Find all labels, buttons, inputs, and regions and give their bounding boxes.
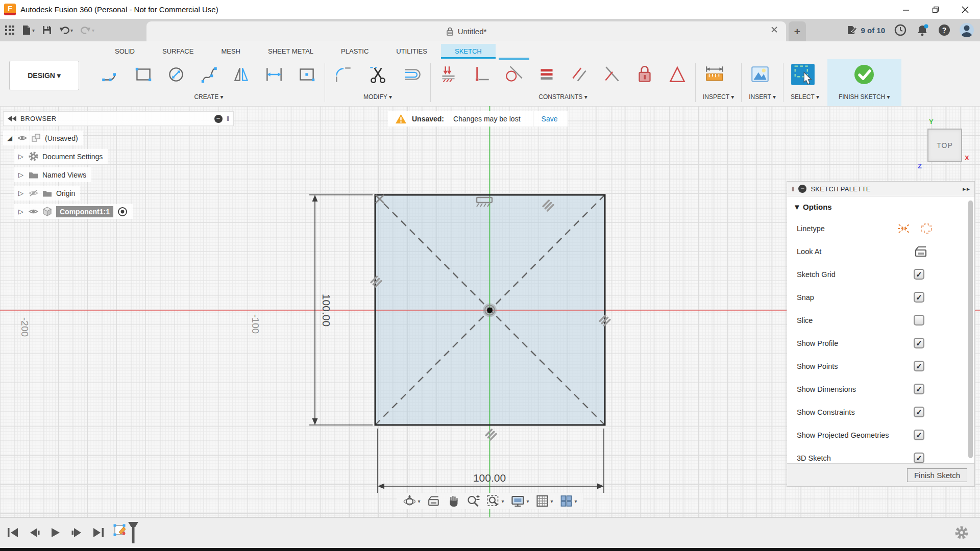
width-dimension-label[interactable]: 100.00 bbox=[473, 472, 506, 484]
horizontal-vertical-constraint-button[interactable] bbox=[471, 64, 492, 87]
tab-mesh[interactable]: MESH bbox=[207, 44, 254, 59]
point-tool-button[interactable] bbox=[296, 64, 317, 87]
finish-sketch-group-label[interactable]: FINISH SKETCH ▾ bbox=[839, 93, 890, 101]
job-status-button[interactable] bbox=[894, 23, 907, 37]
document-counter[interactable]: 9 of 10 bbox=[847, 25, 885, 35]
browser-header[interactable]: BROWSER − ‖ bbox=[3, 111, 234, 126]
fit-zoom-button[interactable]: ▾ bbox=[486, 494, 504, 508]
tab-close-button[interactable] bbox=[771, 26, 778, 35]
viewcube-face[interactable]: TOP bbox=[927, 129, 962, 162]
show-profile-checkbox[interactable]: ✓ bbox=[914, 338, 924, 348]
finish-sketch-button[interactable] bbox=[852, 63, 876, 88]
viewcube[interactable]: TOP Y Z X bbox=[914, 118, 980, 174]
construction-linetype-icon[interactable] bbox=[897, 222, 912, 235]
look-at-button[interactable] bbox=[427, 495, 440, 507]
tab-sheet-metal[interactable]: SHEET METAL bbox=[254, 44, 327, 59]
line-tool-button[interactable] bbox=[100, 64, 121, 87]
zoom-button[interactable] bbox=[467, 494, 480, 508]
timeline-play-button[interactable] bbox=[49, 527, 62, 540]
notifications-button[interactable] bbox=[916, 23, 929, 37]
redo-button[interactable]: ▾ bbox=[81, 26, 94, 35]
timeline-sketch-feature[interactable] bbox=[112, 522, 139, 544]
equal-constraint-button[interactable] bbox=[536, 64, 557, 87]
fillet-tool-button[interactable] bbox=[332, 64, 354, 87]
snap-checkbox[interactable]: ✓ bbox=[914, 292, 924, 303]
app-grid-menu-button[interactable] bbox=[5, 26, 14, 35]
visibility-off-eye-icon[interactable] bbox=[29, 190, 38, 196]
sketch-grid-checkbox[interactable]: ✓ bbox=[914, 269, 924, 280]
expand-icon[interactable]: ▷ bbox=[17, 208, 24, 215]
save-button[interactable] bbox=[42, 26, 52, 35]
centerline-linetype-icon[interactable] bbox=[919, 222, 934, 235]
timeline-settings-button[interactable] bbox=[954, 525, 969, 541]
select-tool-button[interactable] bbox=[791, 63, 815, 87]
panel-minimize-icon[interactable]: − bbox=[214, 115, 223, 123]
file-menu-button[interactable]: ▾ bbox=[22, 25, 35, 35]
sketch-dimension-tool-button[interactable] bbox=[263, 64, 285, 87]
browser-item-document-settings[interactable]: ▷ Document Settings bbox=[14, 149, 108, 164]
close-button[interactable] bbox=[950, 0, 980, 19]
timeline-position-marker[interactable] bbox=[128, 522, 139, 544]
browser-item-component1[interactable]: ▷ Component1:1 bbox=[14, 204, 133, 219]
insert-group-label[interactable]: INSERT ▾ bbox=[749, 93, 776, 101]
mirror-tool-button[interactable] bbox=[231, 64, 252, 87]
tab-sketch[interactable]: SKETCH bbox=[441, 44, 496, 59]
tab-plastic[interactable]: PLASTIC bbox=[327, 44, 382, 59]
inspect-group-label[interactable]: INSPECT ▾ bbox=[703, 93, 734, 101]
constraints-group-label[interactable]: CONSTRAINTS ▾ bbox=[438, 93, 688, 101]
browser-item-origin[interactable]: ▷ Origin bbox=[14, 186, 80, 201]
panel-grip-icon[interactable]: ‖ bbox=[227, 115, 229, 122]
timeline-step-back-button[interactable] bbox=[28, 527, 41, 540]
select-group-label[interactable]: SELECT ▾ bbox=[791, 93, 819, 101]
expand-icon[interactable]: ▷ bbox=[17, 171, 24, 179]
insert-image-button[interactable] bbox=[749, 64, 771, 87]
3d-sketch-checkbox[interactable]: ✓ bbox=[914, 453, 924, 463]
parallel-constraint-button[interactable] bbox=[569, 64, 590, 87]
show-constraints-checkbox[interactable]: ✓ bbox=[914, 407, 924, 417]
workspace-selector[interactable]: DESIGN ▾ bbox=[9, 61, 79, 90]
collapse-panel-icon[interactable] bbox=[8, 116, 16, 121]
modify-group-label[interactable]: MODIFY ▾ bbox=[332, 93, 423, 101]
palette-collapse-icon[interactable]: ►► bbox=[962, 186, 970, 192]
visibility-eye-icon[interactable] bbox=[29, 208, 38, 215]
minimize-button[interactable] bbox=[891, 0, 921, 19]
tangent-constraint-button[interactable] bbox=[503, 64, 525, 87]
rectangle-tool-button[interactable] bbox=[133, 64, 154, 87]
orbit-button[interactable]: ▾ bbox=[403, 494, 420, 508]
pan-button[interactable] bbox=[447, 494, 460, 508]
slice-checkbox[interactable] bbox=[914, 315, 924, 325]
timeline-step-forward-button[interactable] bbox=[70, 527, 84, 540]
visibility-eye-icon[interactable] bbox=[17, 135, 27, 141]
timeline-go-to-end-button[interactable] bbox=[92, 527, 105, 540]
restore-button[interactable] bbox=[921, 0, 950, 19]
palette-scrollbar[interactable] bbox=[968, 201, 973, 458]
offset-tool-button[interactable] bbox=[402, 64, 423, 87]
measure-tool-button[interactable] bbox=[703, 64, 726, 87]
coincident-constraint-button[interactable] bbox=[438, 64, 459, 87]
fix-constraint-button[interactable] bbox=[634, 64, 655, 87]
expand-icon[interactable]: ▷ bbox=[17, 189, 24, 197]
viewports-button[interactable]: ▾ bbox=[560, 494, 577, 508]
spline-tool-button[interactable] bbox=[198, 64, 219, 87]
timeline-go-to-start-button[interactable] bbox=[6, 527, 19, 540]
tab-surface[interactable]: SURFACE bbox=[149, 44, 207, 59]
circle-tool-button[interactable] bbox=[165, 64, 187, 87]
new-tab-button[interactable]: + bbox=[789, 21, 806, 41]
expanded-icon[interactable]: ◢ bbox=[6, 134, 13, 142]
show-projected-geometries-checkbox[interactable]: ✓ bbox=[914, 430, 924, 440]
browser-item-named-views[interactable]: ▷ Named Views bbox=[14, 167, 91, 182]
expand-icon[interactable]: ▷ bbox=[17, 153, 24, 160]
perpendicular-constraint-button[interactable] bbox=[601, 64, 623, 87]
look-at-icon[interactable] bbox=[914, 245, 928, 258]
show-points-checkbox[interactable]: ✓ bbox=[914, 361, 924, 371]
tab-utilities[interactable]: UTILITIES bbox=[382, 44, 441, 59]
document-tab[interactable]: Untitled* bbox=[146, 21, 786, 41]
browser-item-root[interactable]: ◢ (Unsaved) bbox=[3, 131, 83, 145]
origin-point[interactable] bbox=[487, 308, 493, 313]
help-button[interactable]: ? bbox=[938, 23, 951, 37]
display-settings-button[interactable]: ▾ bbox=[510, 494, 529, 508]
height-dimension-label[interactable]: 100.00 bbox=[321, 294, 332, 327]
options-section-header[interactable]: ▼ Options bbox=[787, 196, 974, 217]
finish-sketch-palette-button[interactable]: Finish Sketch bbox=[907, 468, 967, 482]
save-link[interactable]: Save bbox=[538, 115, 561, 123]
